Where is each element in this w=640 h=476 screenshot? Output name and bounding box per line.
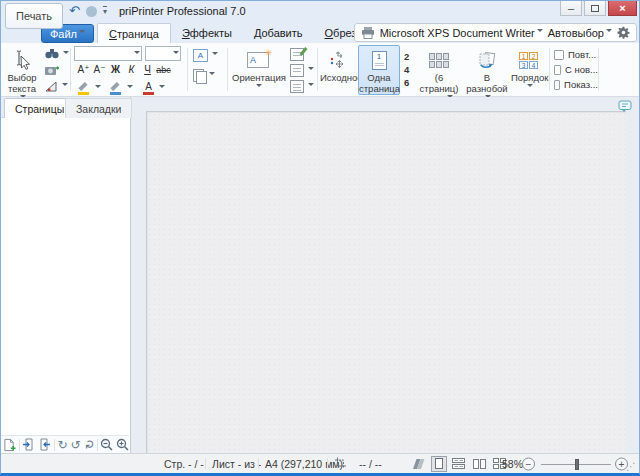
six-pages-grid-icon xyxy=(429,53,449,68)
zoom-out-thumbnails-button[interactable] xyxy=(100,437,113,452)
maximize-icon xyxy=(591,5,599,12)
pages-preset-list: 2 4 6 xyxy=(404,46,409,92)
underline-button[interactable]: Ч xyxy=(140,63,155,77)
measure-button[interactable] xyxy=(43,78,71,94)
app-window: ↶ ▾ priPrinter Professional 7.0 – × Печа… xyxy=(0,0,640,476)
tab-page[interactable]: Страница xyxy=(97,23,171,43)
shrink-font-button[interactable]: А⁻ xyxy=(92,63,107,77)
group-watermark: А xyxy=(191,43,225,97)
page-margins-icon xyxy=(290,80,304,93)
page-setup-button[interactable] xyxy=(288,46,316,62)
order-button[interactable]: 1 2 3 4 Порядок xyxy=(510,45,547,95)
find-button[interactable] xyxy=(43,46,71,62)
paper-mode-dropdown[interactable]: Автовыбор xyxy=(548,27,612,39)
pen-icon xyxy=(110,82,123,95)
checkbox-icon xyxy=(554,65,561,75)
rotate-cw-button[interactable]: ↻ xyxy=(58,437,68,452)
preview-canvas[interactable] xyxy=(132,97,639,453)
titlebar: ↶ ▾ priPrinter Professional 7.0 – × xyxy=(1,1,639,23)
rotate-ccw-button[interactable]: ↺ xyxy=(71,437,81,452)
highlight-button[interactable] xyxy=(76,80,103,96)
copies-button[interactable] xyxy=(191,67,225,83)
printer-settings-gear-icon[interactable] xyxy=(617,26,630,39)
preview-page[interactable] xyxy=(146,111,626,453)
checkbox-icon xyxy=(554,80,560,90)
font-size-combobox[interactable] xyxy=(145,46,181,61)
group-options: Повт... С нов... Показ... xyxy=(554,43,598,97)
panel-toolbar: ↻ ↺ ↻ xyxy=(1,435,129,453)
order-icon: 1 2 3 4 xyxy=(519,52,538,69)
preset-6-pages[interactable]: 6 xyxy=(404,77,409,88)
tab-effects[interactable]: Эффекты xyxy=(171,23,243,43)
maximize-button[interactable] xyxy=(584,1,606,16)
shuffle-icon xyxy=(466,48,508,72)
panel-tabs: Страницы Закладки xyxy=(1,97,130,118)
checkbox-repeat[interactable]: Повт... xyxy=(554,47,598,62)
view-facing-pages-button[interactable] xyxy=(471,456,487,472)
redo-icon[interactable] xyxy=(86,6,97,17)
crop-marks-button[interactable] xyxy=(334,456,347,471)
camera-icon xyxy=(45,65,59,76)
snapshot-button[interactable] xyxy=(43,62,71,78)
zoom-in-thumbnails-button[interactable] xyxy=(116,437,129,452)
printer-selector: Microsoft XPS Document Writer Автовыбор xyxy=(354,23,637,42)
binoculars-icon xyxy=(45,49,59,59)
minimize-button[interactable]: – xyxy=(560,1,582,16)
group-font: А⁺ А⁻ Ж К Ч abc А xyxy=(73,43,185,97)
font-color-button[interactable]: А xyxy=(140,80,167,96)
page-arrow-right-icon xyxy=(38,438,51,451)
pen-style-button[interactable] xyxy=(108,80,135,96)
strikethrough-button[interactable]: abc xyxy=(156,63,171,77)
font-color-icon: А xyxy=(142,82,155,95)
italic-button[interactable]: К xyxy=(124,63,139,77)
ruler-icon xyxy=(45,81,58,92)
group-orientation: A ✳ Ориентация xyxy=(230,43,316,97)
checkbox-show[interactable]: Показ... xyxy=(554,77,598,92)
original-layout-button[interactable]: Исходное xyxy=(319,45,356,95)
add-page-button[interactable] xyxy=(3,437,16,452)
preset-2-pages[interactable]: 2 xyxy=(404,51,409,62)
ribbon: Выбор текста А⁺ xyxy=(1,43,639,97)
window-title: priPrinter Professional 7.0 xyxy=(119,5,246,17)
original-layout-icon xyxy=(320,48,355,72)
group-layout: Исходное 1 Одна страница 2 4 6 (6 страни… xyxy=(319,43,547,97)
zoom-slider-thumb[interactable] xyxy=(575,459,579,470)
grow-font-button[interactable]: А⁺ xyxy=(76,63,91,77)
tab-bookmarks[interactable]: Закладки xyxy=(65,98,132,118)
zoom-out-button[interactable]: − xyxy=(522,457,535,470)
preset-4-pages[interactable]: 4 xyxy=(404,64,409,75)
move-page-down-button[interactable] xyxy=(38,437,51,452)
add-page-icon xyxy=(3,438,16,452)
shuffle-button[interactable]: В разнобой xyxy=(465,45,509,95)
one-page-button[interactable]: 1 Одна страница xyxy=(358,45,400,95)
tab-insert[interactable]: Добавить xyxy=(243,23,314,43)
page-size-button[interactable] xyxy=(288,62,316,78)
view-continuous-button[interactable] xyxy=(451,456,467,472)
font-name-combobox[interactable] xyxy=(74,46,142,61)
watermark-button[interactable]: А xyxy=(191,47,225,63)
six-pages-button[interactable]: (6 страниц) 3 x 2 xyxy=(415,45,463,95)
printer-icon xyxy=(361,27,375,39)
move-page-up-button[interactable] xyxy=(22,437,35,452)
continuous-view-icon xyxy=(451,458,467,470)
printer-name-dropdown[interactable]: Microsoft XPS Document Writer xyxy=(380,27,543,39)
undo-icon[interactable]: ↶ xyxy=(69,4,80,18)
bold-button[interactable]: Ж xyxy=(108,63,123,77)
close-button[interactable]: × xyxy=(608,1,637,16)
resize-grip[interactable]: ⋰ xyxy=(626,461,636,472)
view-book-button[interactable] xyxy=(411,456,427,472)
status-paper-size: A4 (297,210 мм) xyxy=(265,458,343,470)
zoom-slider-track[interactable] xyxy=(541,464,611,465)
pages-panel: Страницы Закладки ↻ ↺ ↻ xyxy=(1,97,131,453)
view-single-page-button[interactable] xyxy=(431,456,447,472)
orientation-button[interactable]: A ✳ Ориентация xyxy=(231,45,285,95)
notification-bubble-icon[interactable] xyxy=(618,99,632,117)
checkbox-new-page[interactable]: С нов... xyxy=(554,62,598,77)
select-text-button[interactable]: Выбор текста xyxy=(3,45,41,95)
refresh-button[interactable]: ↻ xyxy=(81,439,96,449)
group-selection: Выбор текста xyxy=(3,43,69,97)
crop-icon xyxy=(334,456,347,469)
print-button[interactable]: Печать xyxy=(5,3,63,29)
qat-customize-icon[interactable]: ▾ xyxy=(103,6,107,16)
page-margins-button[interactable] xyxy=(288,78,316,94)
